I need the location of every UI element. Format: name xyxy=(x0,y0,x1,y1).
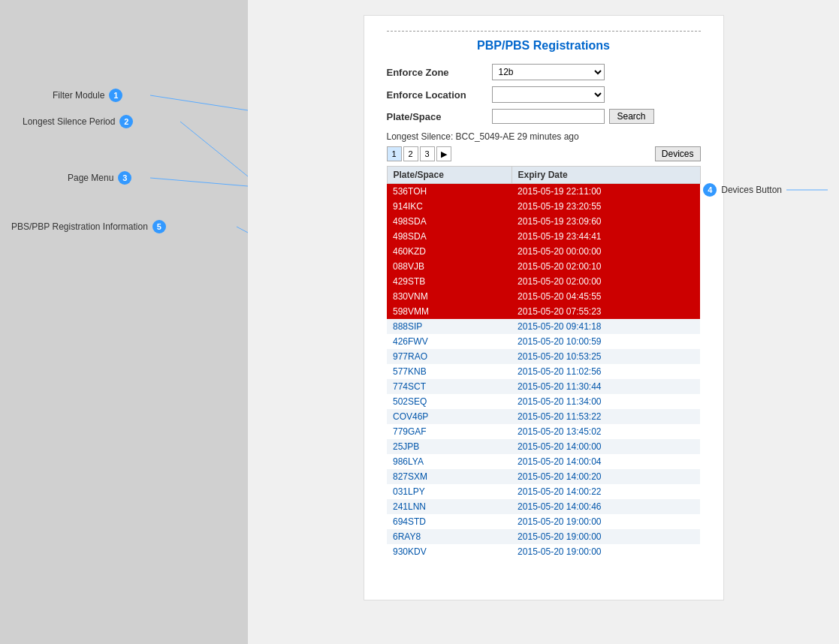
table-row: 426FWV2015-05-20 10:00:59 xyxy=(387,334,700,349)
table-row: 536TOH2015-05-19 22:11:00 xyxy=(387,184,700,200)
cell-expiry: 2015-05-20 14:00:04 xyxy=(512,454,700,469)
cell-plate: 827SXM xyxy=(387,469,512,484)
cell-plate: 774SCT xyxy=(387,379,512,394)
enforce-zone-select[interactable]: 12b 12a 13 14 xyxy=(492,64,605,80)
cell-plate: 460KZD xyxy=(387,244,512,259)
annotation-2-label: Longest Silence Period xyxy=(23,116,115,127)
annotation-1: Filter Module 1 xyxy=(53,89,122,102)
cell-expiry: 2015-05-20 14:00:20 xyxy=(512,469,700,484)
table-row: 577KNB2015-05-20 11:02:56 xyxy=(387,364,700,379)
table-header-row: Plate/Space Expiry Date xyxy=(387,167,700,184)
annotation-5: PBS/PBP Registration Information 5 xyxy=(11,220,166,233)
annotation-3: Page Menu 3 xyxy=(68,171,131,185)
table-row: 241LNN2015-05-20 14:00:46 xyxy=(387,499,700,514)
cell-plate: 977RAO xyxy=(387,349,512,364)
filter-module: Enforce Zone 12b 12a 13 14 Enforce Locat… xyxy=(387,64,701,124)
plate-space-input[interactable] xyxy=(492,109,605,124)
cell-expiry: 2015-05-20 11:53:22 xyxy=(512,409,700,424)
cell-expiry: 2015-05-19 22:11:00 xyxy=(512,184,700,200)
search-button[interactable]: Search xyxy=(609,109,654,124)
enforce-zone-label: Enforce Zone xyxy=(387,67,492,78)
cell-expiry: 2015-05-20 19:00:00 xyxy=(512,544,700,559)
cell-expiry: 2015-05-20 19:00:00 xyxy=(512,514,700,529)
page-btn-1[interactable]: 1 xyxy=(387,146,402,161)
annotation-4-line-svg xyxy=(786,182,831,197)
svg-line-3 xyxy=(237,227,248,233)
table-row: 088VJB2015-05-20 02:00:10 xyxy=(387,259,700,274)
cell-expiry: 2015-05-19 23:20:55 xyxy=(512,199,700,214)
table-row: 031LPY2015-05-20 14:00:22 xyxy=(387,484,700,499)
cell-plate: 426FWV xyxy=(387,334,512,349)
annotation-1-label: Filter Module xyxy=(53,90,104,101)
annotation-2: Longest Silence Period 2 xyxy=(23,115,133,128)
cell-plate: 429STB xyxy=(387,274,512,289)
cell-plate: 6RAY8 xyxy=(387,529,512,544)
longest-silence-label: Longest Silence: xyxy=(387,131,454,142)
cell-plate: 830VNM xyxy=(387,289,512,304)
page-wrapper: Filter Module 1 Longest Silence Period 2… xyxy=(0,0,839,644)
enforce-zone-control: 12b 12a 13 14 xyxy=(492,64,605,80)
cell-expiry: 2015-05-20 11:34:00 xyxy=(512,394,700,409)
main-content: 4 Devices Button PBP/PBS Registrations E… xyxy=(248,0,839,644)
table-row: 598VMM2015-05-20 07:55:23 xyxy=(387,304,700,319)
left-panel: Filter Module 1 Longest Silence Period 2… xyxy=(0,0,248,644)
enforce-zone-row: Enforce Zone 12b 12a 13 14 xyxy=(387,64,701,80)
cell-expiry: 2015-05-19 23:09:60 xyxy=(512,214,700,229)
svg-line-0 xyxy=(150,95,248,110)
cell-expiry: 2015-05-20 13:45:02 xyxy=(512,424,700,439)
table-row: 930KDV2015-05-20 19:00:00 xyxy=(387,544,700,559)
cell-plate: 502SEQ xyxy=(387,394,512,409)
plate-space-row: Plate/Space Search xyxy=(387,109,701,124)
cell-expiry: 2015-05-20 02:00:10 xyxy=(512,259,700,274)
annotation-3-label: Page Menu xyxy=(68,173,113,183)
col-expiry-date: Expiry Date xyxy=(512,167,700,184)
annotation-3-circle: 3 xyxy=(118,171,131,185)
cell-expiry: 2015-05-20 14:00:46 xyxy=(512,499,700,514)
connector-lines xyxy=(0,0,248,644)
table-row: 6RAY82015-05-20 19:00:00 xyxy=(387,529,700,544)
annotation-4-label: Devices Button xyxy=(721,185,782,195)
table-row: 986LYA2015-05-20 14:00:04 xyxy=(387,454,700,469)
table-row: 25JPB2015-05-20 14:00:00 xyxy=(387,439,700,454)
table-row: 498SDA2015-05-19 23:09:60 xyxy=(387,214,700,229)
cell-plate: 986LYA xyxy=(387,454,512,469)
table-row: 779GAF2015-05-20 13:45:02 xyxy=(387,424,700,439)
table-header: Plate/Space Expiry Date xyxy=(387,167,700,184)
page-container: PBP/PBS Registrations Enforce Zone 12b 1… xyxy=(364,15,724,600)
annotation-5-label: PBS/PBP Registration Information xyxy=(11,221,148,232)
annotation-4-circle: 4 xyxy=(703,183,717,197)
enforce-location-row: Enforce Location xyxy=(387,86,701,103)
cell-expiry: 2015-05-20 19:00:00 xyxy=(512,529,700,544)
enforce-location-select[interactable] xyxy=(492,86,605,103)
cell-plate: 498SDA xyxy=(387,214,512,229)
svg-line-2 xyxy=(150,178,248,186)
enforce-location-label: Enforce Location xyxy=(387,89,492,101)
table-row: COV46P2015-05-20 11:53:22 xyxy=(387,409,700,424)
col-plate-space: Plate/Space xyxy=(387,167,512,184)
table-row: 502SEQ2015-05-20 11:34:00 xyxy=(387,394,700,409)
annotation-2-circle: 2 xyxy=(119,115,133,128)
page-btn-2[interactable]: 2 xyxy=(403,146,418,161)
page-btn-next[interactable]: ▶ xyxy=(436,146,451,161)
devices-button[interactable]: Devices xyxy=(655,146,701,161)
plate-space-control: Search xyxy=(492,109,654,124)
cell-plate: 914IKC xyxy=(387,199,512,214)
cell-plate: 598VMM xyxy=(387,304,512,319)
longest-silence-value: BCC_5049-AE 29 minutes ago xyxy=(456,131,579,142)
page-title: PBP/PBS Registrations xyxy=(387,31,701,53)
page-btn-3[interactable]: 3 xyxy=(420,146,435,161)
table-row: 830VNM2015-05-20 04:45:55 xyxy=(387,289,700,304)
cell-plate: 577KNB xyxy=(387,364,512,379)
cell-expiry: 2015-05-20 11:02:56 xyxy=(512,364,700,379)
enforce-location-control xyxy=(492,86,605,103)
cell-plate: 088VJB xyxy=(387,259,512,274)
cell-plate: 241LNN xyxy=(387,499,512,514)
cell-expiry: 2015-05-20 02:00:00 xyxy=(512,274,700,289)
pagination-row: 1 2 3 ▶ Devices xyxy=(387,146,701,161)
page-menu: 1 2 3 ▶ xyxy=(387,146,451,161)
plate-space-label: Plate/Space xyxy=(387,111,492,122)
cell-expiry: 2015-05-20 07:55:23 xyxy=(512,304,700,319)
svg-line-1 xyxy=(180,122,248,176)
cell-expiry: 2015-05-20 14:00:22 xyxy=(512,484,700,499)
cell-expiry: 2015-05-20 00:00:00 xyxy=(512,244,700,259)
